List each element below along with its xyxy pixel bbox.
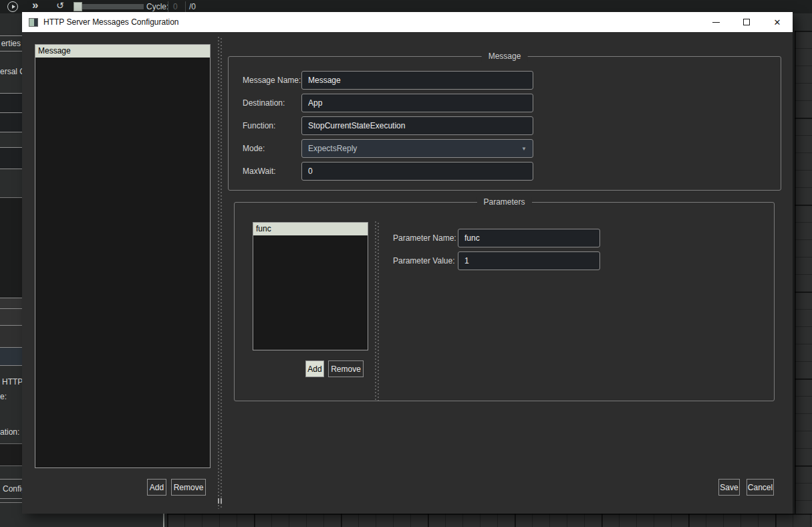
- cycle-slider[interactable]: [74, 4, 144, 9]
- background-row-fragment: [0, 325, 22, 348]
- message-group-legend: Message: [482, 51, 528, 62]
- background-label-fragment: ation:: [0, 427, 19, 437]
- background-universal-label-fragment: ersal C: [0, 67, 22, 76]
- messages-listbox[interactable]: Message: [35, 44, 211, 468]
- list-item-message[interactable]: Message: [35, 45, 210, 58]
- destination-input[interactable]: [301, 94, 533, 112]
- parameter-value-input[interactable]: [458, 251, 600, 270]
- app-icon: [29, 18, 38, 27]
- maxwait-input[interactable]: [301, 162, 533, 181]
- background-row-fragment: [0, 308, 22, 325]
- parameter-value-label: Parameter Value:: [393, 251, 455, 270]
- background-row-fragment: [0, 298, 22, 309]
- maxwait-label: MaxWait:: [243, 162, 276, 181]
- cancel-button[interactable]: Cancel: [747, 479, 774, 496]
- background-field-fragment: [0, 443, 23, 466]
- parameters-listbox[interactable]: func: [253, 222, 368, 350]
- function-input[interactable]: [301, 116, 533, 135]
- message-name-input[interactable]: [301, 71, 533, 90]
- message-name-label: Message Name:: [243, 71, 301, 90]
- background-label-fragment: e:: [0, 392, 7, 401]
- parameters-splitter[interactable]: [375, 221, 379, 401]
- background-divider-fragment: [0, 502, 22, 503]
- remove-parameter-button[interactable]: Remove: [328, 360, 364, 377]
- dialog-body: Message Add Remove Message Message Name:…: [22, 32, 793, 514]
- main-splitter[interactable]: [218, 37, 222, 509]
- remove-message-button[interactable]: Remove: [171, 479, 206, 496]
- chevron-down-icon: ▼: [521, 146, 527, 152]
- close-button[interactable]: ✕: [762, 12, 793, 32]
- panel-splitter-line: [163, 514, 164, 527]
- top-toolbar: » ↺ Cycle: 0 /0: [0, 0, 812, 13]
- parameters-group: Parameters func Add Remove Parameter Nam…: [234, 202, 775, 401]
- background-field-fragment: [0, 112, 23, 132]
- message-group: Message Message Name: Destination: Funct…: [228, 56, 781, 191]
- parameters-group-legend: Parameters: [477, 197, 531, 207]
- cycle-value: 0: [173, 2, 178, 11]
- toolbar-separator: [168, 1, 168, 12]
- mode-dropdown-value: ExpectsReply: [308, 144, 357, 153]
- cycle-total: /0: [189, 2, 196, 11]
- screen: » ↺ Cycle: 0 /0 erties ersal C HTTP e: a…: [0, 0, 812, 527]
- close-icon: ✕: [774, 18, 781, 27]
- minimize-button[interactable]: [700, 12, 731, 32]
- background-properties-tab-fragment: erties: [0, 35, 23, 51]
- maximize-button[interactable]: [731, 12, 762, 32]
- refresh-icon[interactable]: ↺: [56, 0, 64, 11]
- add-message-button[interactable]: Add: [147, 479, 166, 496]
- cycle-label: Cycle:: [146, 2, 168, 11]
- background-field-fragment: [0, 147, 23, 169]
- slider-handle[interactable]: [74, 2, 82, 11]
- parameter-name-input[interactable]: [458, 229, 600, 247]
- fast-forward-icon[interactable]: »: [32, 0, 37, 12]
- dialog-titlebar[interactable]: HTTP Server Messages Configuration ✕: [22, 12, 793, 32]
- mode-label: Mode:: [243, 139, 265, 158]
- function-label: Function:: [243, 116, 275, 135]
- background-http-label-fragment: HTTP: [2, 377, 23, 387]
- background-field-fragment: [0, 93, 23, 113]
- toolbar-separator: [185, 1, 186, 12]
- add-parameter-button[interactable]: Add: [305, 360, 324, 377]
- background-listbox-fragment: [0, 197, 23, 298]
- graph-canvas: [167, 514, 812, 527]
- list-item-func[interactable]: func: [253, 223, 368, 235]
- save-button[interactable]: Save: [718, 479, 740, 496]
- graph-canvas: [795, 31, 812, 527]
- maximize-icon: [743, 19, 750, 25]
- minimize-icon: [712, 22, 720, 23]
- parameter-name-label: Parameter Name:: [393, 229, 456, 247]
- dialog-title: HTTP Server Messages Configuration: [43, 17, 179, 27]
- mode-dropdown[interactable]: ExpectsReply ▼: [301, 139, 533, 158]
- play-icon[interactable]: [7, 1, 18, 12]
- destination-label: Destination:: [243, 94, 285, 112]
- dialog-http-server-messages-configuration: HTTP Server Messages Configuration ✕ Mes…: [22, 12, 793, 514]
- background-row-fragment: [0, 347, 22, 366]
